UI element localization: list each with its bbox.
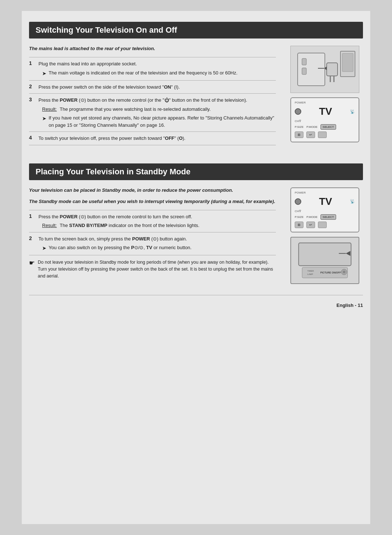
step-sub: ➤ If you have not yet stored any channel… bbox=[42, 114, 274, 129]
sub-text: The main voltage is indicated on the rea… bbox=[49, 69, 237, 77]
svg-point-18 bbox=[343, 270, 346, 273]
step-sub: ➤ The main voltage is indicated on the r… bbox=[42, 69, 274, 77]
tv-panel-top: TV 📡 bbox=[295, 106, 355, 117]
step-number: 1 bbox=[29, 210, 37, 232]
section-divider bbox=[29, 156, 363, 163]
step-content: To turn the screen back on, simply press… bbox=[37, 232, 276, 255]
step-sub: ➤ You can also switch on by pressing the… bbox=[42, 244, 274, 252]
psize-label: P.SIZE bbox=[295, 125, 303, 129]
psize-button-2[interactable]: ⊞ bbox=[295, 222, 303, 228]
select-button-2[interactable]: SELECT bbox=[320, 214, 336, 220]
section2-intro2: The Standby mode can be useful when you … bbox=[29, 199, 276, 204]
svg-rect-10 bbox=[299, 243, 351, 266]
section1-block: The mains lead is attached to the rear o… bbox=[29, 46, 363, 145]
plug-illustration bbox=[290, 46, 359, 93]
svg-rect-9 bbox=[342, 53, 353, 72]
tv-bottom-illustration: TIMER LAMP PICTURE ON/OFF bbox=[290, 237, 359, 284]
step-number: 3 bbox=[29, 94, 37, 132]
svg-rect-1 bbox=[302, 58, 306, 65]
sub-text: If you have not yet stored any channels,… bbox=[49, 114, 274, 129]
section1-right: POWER TV 📡 CH∇ P.SIZE P.MODE SELECT ⊞ ↩ bbox=[287, 46, 363, 145]
page: Switching Your Television On and Off The… bbox=[22, 11, 370, 524]
section2-right: POWER TV 📡 CH∇ P.SIZE P.MODE SELECT ⊞ ↩ bbox=[287, 187, 363, 284]
step-content: Plug the mains lead into an appropriate … bbox=[37, 57, 276, 81]
table-row: 2 Press the power switch on the side of … bbox=[29, 80, 276, 94]
step-number: 4 bbox=[29, 132, 37, 145]
extra-button-2[interactable] bbox=[318, 222, 327, 228]
table-row: 2 To turn the screen back on, simply pre… bbox=[29, 232, 276, 255]
note-icon: ☛ bbox=[29, 258, 35, 268]
footer: English - 11 bbox=[29, 295, 363, 308]
plug-svg bbox=[294, 48, 356, 91]
section2-steps: 1 Press the POWER (⊙) button on the remo… bbox=[29, 210, 276, 256]
svg-text:LAMP: LAMP bbox=[307, 273, 313, 275]
pmode-label: P.MODE bbox=[306, 125, 318, 129]
note-text: Do not leave your television in Standby … bbox=[38, 259, 276, 279]
section2-title: Placing Your Television in Standby Mode bbox=[29, 163, 363, 180]
psize-button[interactable]: ⊞ bbox=[295, 131, 303, 138]
svg-rect-0 bbox=[298, 53, 325, 86]
result-row: Result: The programme that you were watc… bbox=[42, 106, 274, 113]
arrow-icon: ➤ bbox=[42, 115, 46, 122]
tv-display-title: TV bbox=[301, 106, 350, 117]
pmode-label-2: P.MODE bbox=[306, 215, 318, 219]
channel-label: CH∇ bbox=[295, 119, 355, 123]
section2-intro1: Your television can be placed in Standby… bbox=[29, 187, 276, 193]
select-button[interactable]: SELECT bbox=[320, 124, 336, 130]
signal-icon-2: 📡 bbox=[350, 199, 355, 204]
result-row: Result: The STAND BY/TEMP indicator on t… bbox=[42, 222, 274, 229]
arrow-icon: ➤ bbox=[42, 70, 46, 77]
result-label: Result: bbox=[42, 106, 57, 113]
tv-panel-1: POWER TV 📡 CH∇ P.SIZE P.MODE SELECT ⊞ ↩ bbox=[290, 97, 359, 142]
table-row: 3 Press the POWER (⊙) button on the remo… bbox=[29, 94, 276, 132]
arrow-icon: ➤ bbox=[42, 244, 46, 252]
step-number: 2 bbox=[29, 232, 37, 255]
table-row: 4 To switch your television off, press t… bbox=[29, 132, 276, 145]
result-text: The programme that you were watching las… bbox=[60, 106, 211, 113]
section2-left: Your television can be placed in Standby… bbox=[29, 187, 279, 284]
step-content: Press the POWER (⊙) button on the remote… bbox=[37, 210, 276, 232]
tv-display-title-2: TV bbox=[301, 196, 350, 207]
svg-rect-3 bbox=[327, 63, 338, 76]
footer-text: English - 11 bbox=[336, 303, 363, 308]
tv-panel-2: POWER TV 📡 CH∇ P.SIZE P.MODE SELECT ⊞ ↩ bbox=[290, 187, 359, 232]
tv-bottom-svg: TIMER LAMP PICTURE ON/OFF bbox=[294, 241, 356, 280]
bottom-buttons-row: ⊞ ↩ bbox=[295, 131, 355, 138]
pmode-button-2[interactable]: ↩ bbox=[306, 222, 315, 228]
extra-button[interactable] bbox=[318, 131, 327, 138]
sub-text: You can also switch on by pressing the P… bbox=[49, 244, 192, 251]
section1-left: The mains lead is attached to the rear o… bbox=[29, 46, 279, 145]
bottom-buttons-row-2: ⊞ ↩ bbox=[295, 222, 355, 228]
power-button-icon bbox=[295, 108, 301, 115]
section1-intro: The mains lead is attached to the rear o… bbox=[29, 46, 276, 51]
svg-text:TIMER: TIMER bbox=[307, 269, 314, 272]
result-text: The STAND BY/TEMP indicator on the front… bbox=[60, 222, 199, 229]
tv-panel-buttons: P.SIZE P.MODE SELECT bbox=[295, 124, 355, 130]
tv-panel-top-2: TV 📡 bbox=[295, 196, 355, 207]
step-content: Press the POWER (⊙) button on the remote… bbox=[37, 94, 276, 132]
tv-panel-buttons-2: P.SIZE P.MODE SELECT bbox=[295, 214, 355, 220]
step-number: 2 bbox=[29, 80, 37, 94]
psize-label-2: P.SIZE bbox=[295, 215, 303, 219]
result-label: Result: bbox=[42, 222, 57, 229]
power-label: POWER bbox=[295, 101, 355, 104]
section2-block: Your television can be placed in Standby… bbox=[29, 187, 363, 284]
table-row: 1 Plug the mains lead into an appropriat… bbox=[29, 57, 276, 81]
power-label-2: POWER bbox=[295, 191, 355, 194]
step-content: To switch your television off, press the… bbox=[37, 132, 276, 145]
section1-steps: 1 Plug the mains lead into an appropriat… bbox=[29, 57, 276, 145]
svg-text:PICTURE ON/OFF: PICTURE ON/OFF bbox=[320, 271, 341, 273]
svg-rect-2 bbox=[302, 68, 306, 74]
step-number: 1 bbox=[29, 57, 37, 81]
signal-icon: 📡 bbox=[350, 109, 355, 114]
note-row: ☛ Do not leave your television in Standb… bbox=[29, 259, 276, 279]
pmode-button[interactable]: ↩ bbox=[306, 131, 315, 138]
section1-title: Switching Your Television On and Off bbox=[29, 22, 363, 38]
table-row: 1 Press the POWER (⊙) button on the remo… bbox=[29, 210, 276, 232]
power-button-icon-2 bbox=[295, 198, 301, 205]
step-content: Press the power switch on the side of th… bbox=[37, 80, 276, 94]
channel-label-2: CH∇ bbox=[295, 210, 355, 213]
